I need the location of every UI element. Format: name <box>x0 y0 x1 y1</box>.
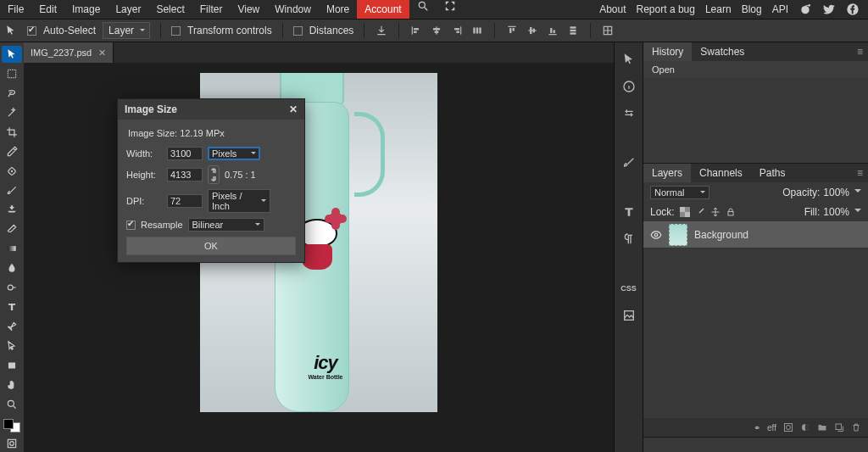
tool-eraser[interactable] <box>2 220 22 237</box>
align-top-icon[interactable] <box>505 24 519 37</box>
dpi-input[interactable] <box>167 194 203 208</box>
tool-shape[interactable] <box>2 357 22 374</box>
panel-menu-icon[interactable]: ≡ <box>852 167 868 179</box>
constrain-link-icon[interactable] <box>208 165 220 184</box>
strip-move-icon[interactable] <box>618 49 640 70</box>
link-about[interactable]: About <box>599 3 626 15</box>
facebook-icon[interactable] <box>846 3 860 16</box>
strip-image-icon[interactable] <box>618 305 640 326</box>
align-bottom-icon[interactable] <box>546 24 559 37</box>
lock-brush-icon[interactable] <box>695 207 705 217</box>
autoselect-checkbox[interactable] <box>27 26 36 36</box>
opacity-slider-icon[interactable] <box>854 189 861 196</box>
tool-healing[interactable] <box>2 163 22 180</box>
menu-image[interactable]: Image <box>64 0 108 19</box>
twitter-icon[interactable] <box>822 3 836 16</box>
tool-lasso[interactable] <box>2 85 22 102</box>
layer-mask-icon[interactable] <box>783 422 793 432</box>
width-unit-dropdown[interactable]: Pixels <box>208 147 260 160</box>
blend-mode-dropdown[interactable]: Normal <box>650 186 709 199</box>
tool-hand[interactable] <box>2 377 22 393</box>
layer-effects-icon[interactable]: eff <box>767 423 776 432</box>
tab-channels[interactable]: Channels <box>691 164 751 182</box>
dialog-close-icon[interactable]: ✕ <box>289 103 298 115</box>
menubar-search-icon[interactable] <box>409 0 437 19</box>
panel-menu-icon[interactable]: ≡ <box>852 46 868 58</box>
quickmask-icon[interactable] <box>2 435 22 452</box>
tool-crop[interactable] <box>2 124 22 141</box>
menu-layer[interactable]: Layer <box>108 0 148 19</box>
close-tab-icon[interactable]: ✕ <box>98 47 106 59</box>
color-swatch[interactable] <box>3 419 20 432</box>
layer-item[interactable]: Background <box>643 221 868 248</box>
align-left-icon[interactable] <box>409 24 423 37</box>
lock-all-icon[interactable] <box>726 207 736 217</box>
layer-visibility-icon[interactable] <box>650 229 662 241</box>
width-input[interactable] <box>167 147 203 160</box>
delete-layer-icon[interactable] <box>851 422 861 432</box>
menu-select[interactable]: Select <box>148 0 192 19</box>
align-more-icon[interactable] <box>470 24 484 37</box>
link-blog[interactable]: Blog <box>742 3 762 15</box>
fullscreen-icon[interactable] <box>437 0 464 19</box>
strip-info-icon[interactable] <box>618 76 640 97</box>
strip-brush-icon[interactable] <box>618 153 640 173</box>
opacity-value[interactable]: 100% <box>823 187 849 198</box>
tool-move[interactable] <box>2 46 22 63</box>
tool-eyedropper[interactable] <box>2 143 22 160</box>
tool-type[interactable] <box>2 299 22 315</box>
align-hcenter-icon[interactable] <box>430 24 443 37</box>
dpi-unit-dropdown[interactable]: Pixels / Inch <box>208 189 270 213</box>
tab-history[interactable]: History <box>643 42 692 61</box>
fill-slider-icon[interactable] <box>854 209 861 215</box>
tool-brush[interactable] <box>2 182 22 199</box>
tool-wand[interactable] <box>2 104 22 121</box>
distribute-more-icon[interactable] <box>566 24 580 37</box>
pixel-grid-icon[interactable] <box>601 24 615 37</box>
new-layer-icon[interactable] <box>834 422 844 432</box>
autoselect-target-dropdown[interactable]: Layer <box>103 22 150 39</box>
menu-more[interactable]: More <box>319 0 357 19</box>
tab-swatches[interactable]: Swatches <box>692 42 753 61</box>
link-reportbug[interactable]: Report a bug <box>637 3 695 15</box>
height-input[interactable] <box>167 168 203 181</box>
tool-blur[interactable] <box>2 259 22 276</box>
transform-checkbox[interactable] <box>171 26 181 36</box>
strip-character-icon[interactable] <box>618 202 640 222</box>
menu-filter[interactable]: Filter <box>192 0 231 19</box>
tab-paths[interactable]: Paths <box>751 164 794 182</box>
resample-method-dropdown[interactable]: Bilinear <box>188 218 264 232</box>
distances-checkbox[interactable] <box>293 26 303 36</box>
adjustment-layer-icon[interactable] <box>800 422 810 432</box>
tool-marquee[interactable] <box>2 65 22 82</box>
strip-adjust-icon[interactable] <box>618 103 640 124</box>
history-item[interactable]: Open <box>643 61 868 78</box>
tool-clone[interactable] <box>2 202 22 219</box>
link-learn[interactable]: Learn <box>705 3 732 15</box>
link-layers-icon[interactable]: ⚭ <box>754 423 760 432</box>
tool-gradient[interactable] <box>2 240 22 257</box>
tool-dodge[interactable] <box>2 279 22 296</box>
document-tab[interactable]: IMG_2237.psd ✕ <box>24 42 114 63</box>
reddit-icon[interactable] <box>798 3 812 16</box>
menu-account[interactable]: Account <box>357 0 409 19</box>
menu-view[interactable]: View <box>230 0 267 19</box>
fill-value[interactable]: 100% <box>823 206 849 218</box>
menu-edit[interactable]: Edit <box>31 0 64 19</box>
strip-css-icon[interactable]: CSS <box>618 278 640 299</box>
tool-pen[interactable] <box>2 318 22 335</box>
strip-paragraph-icon[interactable] <box>618 229 640 249</box>
lock-move-icon[interactable] <box>710 207 721 217</box>
link-api[interactable]: API <box>772 3 788 15</box>
ok-button[interactable]: OK <box>126 237 296 255</box>
lock-transparent-icon[interactable] <box>680 207 690 217</box>
quick-export-icon[interactable] <box>375 24 388 37</box>
tool-path-select[interactable] <box>2 338 22 354</box>
new-folder-icon[interactable] <box>817 422 827 432</box>
align-right-icon[interactable] <box>450 24 464 37</box>
menu-file[interactable]: File <box>0 0 31 19</box>
canvas[interactable]: icyWater Bottle <box>24 63 614 452</box>
tool-zoom[interactable] <box>2 396 22 413</box>
align-vcenter-icon[interactable] <box>526 24 539 37</box>
resample-checkbox[interactable] <box>126 220 136 230</box>
